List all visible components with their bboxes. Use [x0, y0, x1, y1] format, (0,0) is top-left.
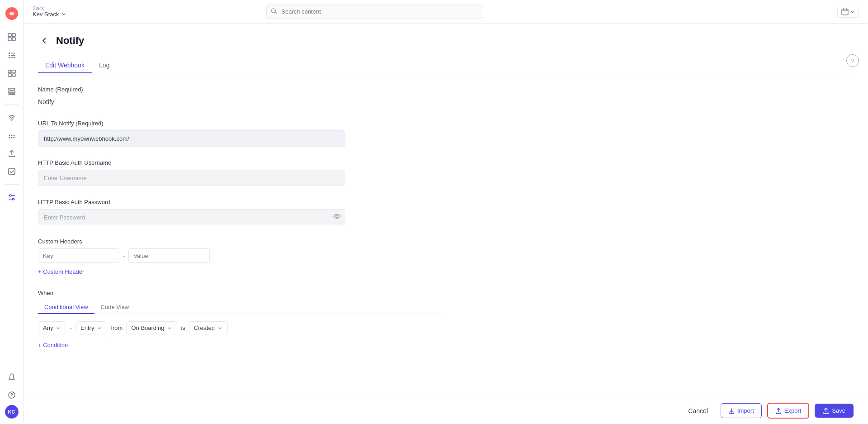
search-icon — [271, 8, 277, 15]
apps-icon — [8, 131, 16, 139]
name-label: Name (Required) — [38, 86, 345, 93]
add-custom-header-button[interactable]: + Custom Header — [38, 267, 84, 277]
user-avatar[interactable]: KC — [5, 405, 19, 419]
header-value-input[interactable] — [128, 248, 210, 263]
custom-headers-label: Custom Headers — [38, 238, 345, 245]
sidebar-help[interactable] — [4, 387, 20, 403]
svg-rect-17 — [9, 94, 15, 95]
add-condition-button[interactable]: + Condition — [38, 340, 68, 350]
username-section: HTTP Basic Auth Username — [38, 159, 345, 186]
created-select[interactable]: Created — [189, 321, 228, 334]
app-logo[interactable] — [4, 5, 20, 22]
sidebar-item-sliders[interactable] — [4, 189, 20, 205]
password-wrapper — [38, 209, 345, 225]
entry-select[interactable]: Entry — [75, 321, 107, 334]
sidebar-item-upload[interactable] — [4, 145, 20, 162]
condition-row: Any - Entry from On Boarding — [38, 321, 445, 334]
svg-line-33 — [275, 12, 277, 14]
sidebar-item-grid[interactable] — [4, 29, 20, 45]
import-button[interactable]: Import — [721, 403, 762, 418]
bell-icon — [8, 373, 16, 381]
sidebar-item-check[interactable] — [4, 163, 20, 180]
condition-dash: - — [70, 324, 72, 332]
when-tab-conditional[interactable]: Conditional View — [38, 301, 94, 314]
svg-rect-34 — [842, 9, 848, 15]
svg-point-21 — [13, 135, 14, 136]
when-tabs: Conditional View Code View — [38, 301, 445, 314]
svg-rect-7 — [9, 55, 10, 56]
question-icon — [8, 391, 16, 399]
name-section: Name (Required) Notify — [38, 86, 345, 107]
header-key-input[interactable] — [38, 248, 119, 263]
password-section: HTTP Basic Auth Password — [38, 199, 345, 225]
custom-header-row: - — [38, 248, 345, 263]
url-label: URL To Notify (Required) — [38, 120, 345, 127]
sidebar-item-wifi[interactable] — [4, 109, 20, 125]
svg-point-22 — [9, 137, 10, 138]
svg-rect-15 — [9, 88, 15, 90]
back-arrow-icon — [40, 37, 48, 45]
url-section: URL To Notify (Required) — [38, 120, 345, 147]
any-select[interactable]: Any — [38, 321, 66, 334]
sidebar-divider-1 — [5, 104, 19, 105]
svg-point-27 — [9, 195, 11, 196]
page-title: Notify — [56, 35, 84, 47]
action-bar: Cancel Import Export Save — [24, 397, 868, 424]
export-icon — [775, 408, 782, 414]
sidebar-item-filter[interactable] — [4, 65, 20, 81]
search-bar — [266, 5, 483, 19]
save-button[interactable]: Save — [815, 404, 854, 418]
when-tab-code[interactable]: Code View — [94, 301, 136, 314]
svg-rect-3 — [8, 38, 11, 41]
sidebar-item-layers[interactable] — [4, 83, 20, 100]
svg-rect-2 — [12, 33, 15, 37]
page-content: Notify Edit Webhook Log Name (Required) … — [24, 24, 868, 424]
custom-headers-section: Custom Headers - + Custom Header — [38, 238, 345, 277]
sidebar-item-apps[interactable] — [4, 127, 20, 143]
stack-info: Stack Kev Stack — [33, 6, 87, 18]
svg-rect-5 — [9, 52, 10, 54]
cancel-button[interactable]: Cancel — [681, 404, 715, 418]
svg-point-19 — [9, 135, 10, 136]
svg-point-31 — [11, 397, 12, 398]
grid-icon — [8, 33, 16, 41]
svg-point-18 — [11, 120, 12, 121]
sidebar: KC — [0, 0, 24, 424]
entry-label: Entry — [80, 324, 94, 331]
svg-rect-9 — [9, 57, 10, 58]
stack-label: Stack — [33, 6, 87, 11]
tab-log[interactable]: Log — [92, 58, 117, 73]
back-button[interactable] — [38, 34, 51, 47]
name-value: Notify — [38, 96, 345, 107]
export-button[interactable]: Export — [767, 403, 810, 419]
list-icon — [8, 51, 16, 59]
search-input[interactable] — [266, 5, 483, 19]
onboarding-select[interactable]: On Boarding — [126, 321, 177, 334]
save-icon — [823, 408, 829, 414]
svg-rect-11 — [8, 70, 11, 73]
username-input[interactable] — [38, 170, 345, 186]
wifi-icon — [8, 113, 16, 121]
sidebar-divider-2 — [5, 184, 19, 185]
password-input[interactable] — [38, 209, 345, 225]
toggle-password-icon[interactable] — [333, 212, 341, 222]
onboarding-label: On Boarding — [131, 324, 164, 331]
chevron-down-icon — [61, 11, 66, 17]
tab-edit-webhook[interactable]: Edit Webhook — [38, 58, 92, 73]
calendar-icon — [841, 8, 849, 15]
calendar-btn[interactable] — [837, 6, 859, 18]
url-input[interactable] — [38, 130, 345, 147]
svg-rect-1 — [8, 33, 11, 37]
sidebar-item-list[interactable] — [4, 47, 20, 63]
svg-rect-25 — [9, 168, 15, 175]
stack-name[interactable]: Kev Stack — [33, 11, 87, 18]
topbar-right — [837, 6, 859, 18]
password-label: HTTP Basic Auth Password — [38, 199, 345, 205]
check-icon — [8, 167, 16, 176]
help-button[interactable]: ? — [846, 54, 859, 67]
is-text: is — [181, 324, 185, 331]
when-label: When — [38, 290, 445, 296]
svg-point-39 — [336, 215, 338, 218]
sidebar-notifications[interactable] — [4, 369, 20, 385]
svg-rect-12 — [12, 70, 15, 73]
